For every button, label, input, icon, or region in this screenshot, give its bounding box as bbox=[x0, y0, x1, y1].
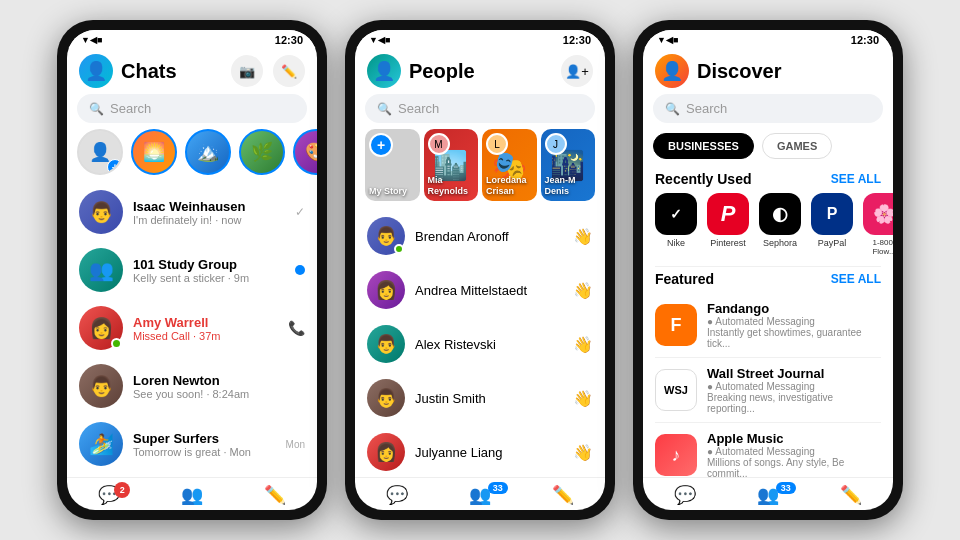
tab-businesses[interactable]: BUSINESSES bbox=[653, 133, 754, 159]
featured-info: Wall Street Journal ● Automated Messagin… bbox=[707, 366, 881, 414]
online-dot bbox=[394, 244, 404, 254]
list-item[interactable]: 👩 Andrea Mittelstaedt 👋 bbox=[355, 263, 605, 317]
chat-item[interactable]: 👩 Amy Warrell Missed Call · 37m 📞 bbox=[67, 299, 317, 357]
featured-wsj[interactable]: WSJ Wall Street Journal ● Automated Mess… bbox=[643, 358, 893, 422]
app-item-paypal[interactable]: P PayPal bbox=[811, 193, 853, 256]
stories-row: 👤 + 🌅 🏔️ 🌿 🎨 bbox=[67, 129, 317, 183]
chat-info: Loren Newton See you soon! · 8:24am bbox=[133, 373, 305, 400]
list-item[interactable]: 👨 Alex Ristevski 👋 bbox=[355, 317, 605, 371]
people-screen: ▼◀■ 12:30 👤 People 👤+ 🔍 Search + My Stor… bbox=[355, 30, 605, 510]
story-card-3[interactable]: J 🌃 Jean-MDenis bbox=[541, 129, 596, 201]
recently-used-row: ✓ Nike P Pinterest ◐ Sephora P PayPal 🌸 … bbox=[643, 193, 893, 266]
nav-people[interactable]: 👥 33 bbox=[726, 484, 809, 506]
app-name: PayPal bbox=[818, 238, 847, 248]
story-1[interactable]: 🌅 bbox=[131, 129, 177, 175]
bottom-nav: 💬 👥 33 ✏️ bbox=[355, 477, 605, 510]
app-tag: ● Automated Messaging bbox=[707, 381, 881, 392]
nav-chats[interactable]: 💬 bbox=[355, 484, 438, 506]
featured-list: F Fandango ● Automated Messaging Instant… bbox=[643, 293, 893, 477]
camera-button[interactable]: 📷 bbox=[231, 55, 263, 87]
search-bar[interactable]: 🔍 Search bbox=[365, 94, 595, 123]
app-item-sephora[interactable]: ◐ Sephora bbox=[759, 193, 801, 256]
people-header: 👤 People 👤+ bbox=[355, 48, 605, 92]
chat-meta: 📞 bbox=[288, 320, 305, 336]
search-bar[interactable]: 🔍 Search bbox=[77, 94, 307, 123]
my-story-card[interactable]: + My Story bbox=[365, 129, 420, 201]
chat-badge: 2 bbox=[114, 482, 130, 498]
app-name: Pinterest bbox=[710, 238, 746, 248]
chat-info: 101 Study Group Kelly sent a sticker · 9… bbox=[133, 257, 285, 284]
story-cards-grid: + My Story M 🏙️ MiaReynolds L 🎭 Loredana… bbox=[355, 129, 605, 209]
page-title: People bbox=[409, 60, 553, 83]
list-item[interactable]: 👨 Justin Smith 👋 bbox=[355, 371, 605, 425]
recently-used-see-all[interactable]: SEE ALL bbox=[831, 172, 881, 186]
online-indicator bbox=[111, 338, 122, 349]
featured-info: Fandango ● Automated Messaging Instantly… bbox=[707, 301, 881, 349]
story-4[interactable]: 🎨 bbox=[293, 129, 317, 175]
wave-icon[interactable]: 👋 bbox=[573, 443, 593, 462]
app-item-nike[interactable]: ✓ Nike bbox=[655, 193, 697, 256]
wave-icon[interactable]: 👋 bbox=[573, 281, 593, 300]
chat-item[interactable]: 👥 101 Study Group Kelly sent a sticker ·… bbox=[67, 241, 317, 299]
nav-people[interactable]: 👥 33 bbox=[438, 484, 521, 506]
time: 12:30 bbox=[851, 34, 879, 46]
list-item[interactable]: 👨 Brendan Aronoff 👋 bbox=[355, 209, 605, 263]
add-person-button[interactable]: 👤+ bbox=[561, 55, 593, 87]
apple-music-icon: ♪ bbox=[655, 434, 697, 476]
status-bar: ▼◀■ 12:30 bbox=[643, 30, 893, 48]
featured-see-all[interactable]: SEE ALL bbox=[831, 272, 881, 286]
story-avatar: J bbox=[545, 133, 567, 155]
people-badge: 33 bbox=[488, 482, 508, 494]
wave-icon[interactable]: 👋 bbox=[573, 335, 593, 354]
chat-info: Super Surfers Tomorrow is great · Mon bbox=[133, 431, 276, 458]
add-story-icon[interactable]: + bbox=[369, 133, 393, 157]
story-add-btn[interactable]: + bbox=[107, 159, 123, 175]
list-item[interactable]: 👩 Julyanne Liang 👋 bbox=[355, 425, 605, 477]
search-bar[interactable]: 🔍 Search bbox=[653, 94, 883, 123]
story-avatar: M bbox=[428, 133, 450, 155]
search-icon: 🔍 bbox=[89, 102, 104, 116]
signal-icons: ▼◀■ bbox=[657, 35, 678, 45]
person-avatar: 👨 bbox=[367, 379, 405, 417]
my-story[interactable]: 👤 + bbox=[77, 129, 123, 175]
nav-people[interactable]: 👥 bbox=[150, 484, 233, 506]
chat-preview: I'm definately in! · now bbox=[133, 214, 285, 226]
story-avatar: L bbox=[486, 133, 508, 155]
chat-avatar: 👥 bbox=[79, 248, 123, 292]
search-icon: 🔍 bbox=[377, 102, 392, 116]
chat-item[interactable]: 🏄 Super Surfers Tomorrow is great · Mon … bbox=[67, 415, 317, 473]
sephora-icon: ◐ bbox=[759, 193, 801, 235]
user-avatar[interactable]: 👤 bbox=[655, 54, 689, 88]
app-item-pinterest[interactable]: P Pinterest bbox=[707, 193, 749, 256]
app-item-flowers[interactable]: 🌸 1-800-Flow... bbox=[863, 193, 893, 256]
app-name: Fandango bbox=[707, 301, 881, 316]
edit-button[interactable]: ✏️ bbox=[273, 55, 305, 87]
recently-used-title: Recently Used bbox=[655, 171, 751, 187]
wave-icon[interactable]: 👋 bbox=[573, 389, 593, 408]
user-avatar[interactable]: 👤 bbox=[79, 54, 113, 88]
story-3[interactable]: 🌿 bbox=[239, 129, 285, 175]
compose-nav-icon: ✏️ bbox=[840, 484, 862, 506]
chat-preview: Tomorrow is great · Mon bbox=[133, 446, 276, 458]
person-avatar: 👨 bbox=[367, 217, 405, 255]
nav-chats[interactable]: 💬 bbox=[643, 484, 726, 506]
story-card-1[interactable]: M 🏙️ MiaReynolds bbox=[424, 129, 479, 201]
nav-compose[interactable]: ✏️ bbox=[522, 484, 605, 506]
chat-item[interactable]: 👨 Isaac Weinhausen I'm definately in! · … bbox=[67, 183, 317, 241]
chat-item[interactable]: 👨 Loren Newton See you soon! · 8:24am bbox=[67, 357, 317, 415]
story-2[interactable]: 🏔️ bbox=[185, 129, 231, 175]
featured-fandango[interactable]: F Fandango ● Automated Messaging Instant… bbox=[643, 293, 893, 357]
nav-chats[interactable]: 💬 2 bbox=[67, 484, 150, 506]
chat-info: Amy Warrell Missed Call · 37m bbox=[133, 315, 278, 342]
featured-apple-music[interactable]: ♪ Apple Music ● Automated Messaging Mill… bbox=[643, 423, 893, 477]
page-title: Discover bbox=[697, 60, 881, 83]
compose-nav-icon: ✏️ bbox=[552, 484, 574, 506]
nav-compose[interactable]: ✏️ bbox=[810, 484, 893, 506]
person-name: Brendan Aronoff bbox=[415, 229, 563, 244]
story-card-2[interactable]: L 🎭 LoredanaCrisan bbox=[482, 129, 537, 201]
user-avatar[interactable]: 👤 bbox=[367, 54, 401, 88]
wave-icon[interactable]: 👋 bbox=[573, 227, 593, 246]
tab-games[interactable]: GAMES bbox=[762, 133, 832, 159]
nav-compose[interactable]: ✏️ bbox=[234, 484, 317, 506]
chat-preview: See you soon! · 8:24am bbox=[133, 388, 305, 400]
